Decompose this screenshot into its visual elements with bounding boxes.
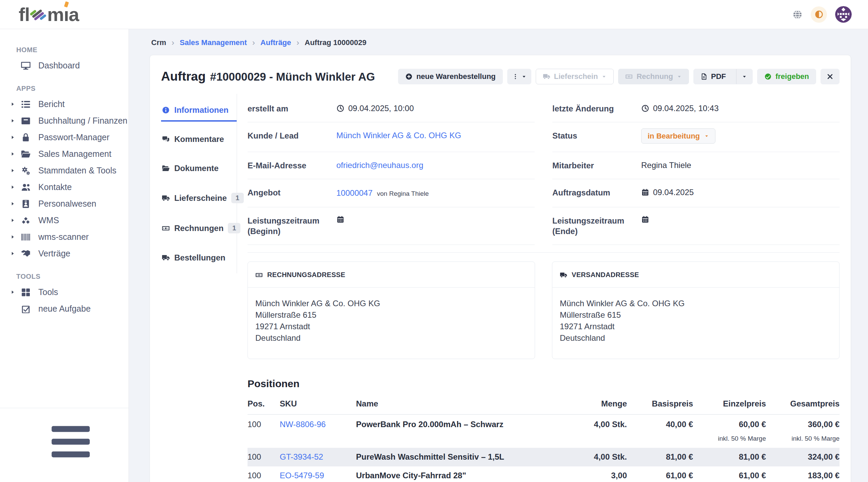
sidebar-item-vertraege[interactable]: Verträge: [0, 245, 129, 262]
rechnung-button[interactable]: Rechnung: [618, 69, 689, 84]
sidebar-collapse-button[interactable]: [13, 416, 129, 467]
sku-link[interactable]: EO-5479-59: [280, 471, 324, 480]
desktop-icon: [21, 61, 31, 71]
sidebar-section-apps: APPS: [0, 85, 129, 92]
id-card-icon: [21, 199, 31, 209]
handshake-icon: [21, 249, 31, 259]
new-goods-order-button[interactable]: neue Warenbestellung: [398, 69, 503, 84]
order-actions: neue Warenbestellung Lieferschein Rechnu…: [398, 69, 840, 84]
shipping-address-lines: Münch Winkler AG & Co. OHG KG Müllerstra…: [552, 288, 839, 359]
field-auftragsdatum: Auftragsdatum 09.04.2025: [552, 179, 840, 207]
caret-right-icon: [10, 234, 15, 239]
status-dropdown-button[interactable]: in Bearbeitung: [641, 128, 715, 144]
breadcrumb-separator: ›: [252, 38, 255, 47]
billing-address-title: RECHNUNGSADRESSE: [267, 271, 345, 279]
theme-toggle-button[interactable]: [811, 6, 827, 23]
field-leistungszeitraum-ende: Leistungszeitraum (Ende): [552, 207, 840, 245]
order-card: Auftrag #10000029 - Münch Winkler AG neu…: [150, 55, 851, 482]
address-cards: RECHNUNGSADRESSE Münch Winkler AG & Co. …: [248, 261, 840, 359]
field-leistungszeitraum-beginn: Leistungszeitraum (Beginn): [248, 207, 535, 245]
pdf-dropdown-button[interactable]: [736, 69, 752, 84]
calendar-icon: [641, 188, 649, 196]
tab-lieferscheine[interactable]: Lieferscheine 1: [161, 190, 237, 209]
freigeben-button[interactable]: freigeben: [757, 69, 816, 84]
sidebar-item-bericht[interactable]: Bericht: [0, 96, 129, 112]
page-title: Auftrag #10000029 - Münch Winkler AG: [161, 69, 375, 84]
sidebar-footer: [0, 408, 129, 482]
pdf-button[interactable]: PDF: [694, 69, 732, 84]
truck-icon: [162, 194, 170, 202]
close-icon: [827, 73, 833, 80]
sku-link[interactable]: GT-3934-52: [280, 452, 323, 461]
sidebar-item-passwort-manager[interactable]: Passwort-Manager: [0, 129, 129, 146]
sidebar-item-stammdaten-tools[interactable]: Stammdaten & Tools: [0, 162, 129, 179]
orderdate-value: 09.04.2025: [653, 187, 694, 197]
sidebar-item-label: Bericht: [38, 99, 65, 109]
sidebar-item-personalwesen[interactable]: Personalwesen: [0, 195, 129, 212]
breadcrumb-separator: ›: [297, 38, 299, 47]
sidebar-item-sales-management[interactable]: Sales Management: [0, 146, 129, 162]
breadcrumb-crm: Crm: [151, 38, 166, 47]
caret-right-icon: [10, 251, 15, 256]
caret-right-icon: [10, 201, 15, 206]
sidebar-section-home: HOME: [0, 46, 129, 54]
info-grid: erstellt am 09.04.2025, 10:00 letzte Änd…: [248, 95, 840, 245]
sidebar-item-wms-scanner[interactable]: wms-scanner: [0, 229, 129, 245]
file-pdf-icon: [700, 73, 708, 80]
breadcrumb-auftraege[interactable]: Aufträge: [260, 38, 291, 47]
sidebar-item-kontakte[interactable]: Kontakte: [0, 179, 129, 195]
sidebar-item-neue-aufgabe[interactable]: neue Aufgabe: [0, 300, 129, 317]
table-row: 100 EO-5479-59 UrbanMove City-Fahrrad 28…: [248, 466, 840, 482]
changed-value: 09.04.2025, 10:43: [653, 103, 719, 113]
customer-link[interactable]: Münch Winkler AG & Co. OHG KG: [336, 130, 461, 141]
breadcrumb-sales-management[interactable]: Sales Management: [180, 38, 247, 47]
calendar-icon[interactable]: [336, 215, 344, 224]
positions-title: Positionen: [248, 378, 840, 390]
clock-icon: [336, 104, 344, 112]
tab-kommentare[interactable]: Kommentare: [161, 132, 237, 149]
order-card-body: Informationen Kommentare Dokumente Liefe…: [150, 94, 851, 482]
sidebar-item-wms[interactable]: WMS: [0, 212, 129, 229]
close-button[interactable]: [821, 69, 840, 84]
field-mitarbeiter: Mitarbeiter Regina Thiele: [552, 152, 840, 179]
sidebar-item-buchhaltung-finanzen[interactable]: Buchhaltung / Finanzen: [0, 112, 129, 129]
sidebar-item-tools[interactable]: Tools: [0, 284, 129, 300]
barcode-icon: [21, 232, 31, 242]
calendar-icon[interactable]: [641, 215, 649, 224]
user-avatar[interactable]: [835, 6, 852, 23]
email-link[interactable]: ofriedrich@neuhaus.org: [336, 160, 423, 170]
positions-table: Pos. SKU Name Menge Basispreis Einzelpre…: [248, 399, 840, 482]
folder-open-icon: [162, 164, 170, 172]
logo-text-i: ı: [64, 5, 69, 24]
field-erstellt-am: erstellt am 09.04.2025, 10:00: [248, 95, 535, 122]
tab-informationen[interactable]: Informationen: [161, 103, 237, 122]
globe-icon[interactable]: [792, 9, 803, 20]
sku-link[interactable]: NW-8806-96: [280, 420, 326, 429]
caret-right-icon: [10, 290, 15, 295]
sidebar-item-label: Buchhaltung / Finanzen: [38, 116, 127, 126]
tab-bestellungen[interactable]: Bestellungen: [161, 250, 237, 268]
caret-down-icon: [742, 74, 747, 79]
field-email: E-Mail-Adresse ofriedrich@neuhaus.org: [248, 152, 535, 179]
lieferschein-button[interactable]: Lieferschein: [536, 69, 614, 84]
sidebar-item-label: Kontakte: [38, 182, 72, 192]
positions-table-header: Pos. SKU Name Menge Basispreis Einzelpre…: [248, 399, 840, 415]
cubes-icon: [21, 215, 31, 226]
sidebar-item-dashboard[interactable]: Dashboard: [0, 57, 129, 74]
caret-right-icon: [10, 102, 15, 107]
field-letzte-aenderung: letzte Änderung 09.04.2025, 10:43: [552, 95, 840, 122]
more-actions-button[interactable]: [507, 69, 531, 84]
breadcrumb: Crm › Sales Management › Aufträge › Auft…: [151, 38, 851, 47]
truck-icon: [543, 73, 550, 80]
offer-link[interactable]: 10000047: [336, 188, 373, 198]
sidebar-item-label: Stammdaten & Tools: [38, 166, 116, 175]
truck-icon: [162, 254, 170, 262]
money-bill-icon: [255, 271, 263, 279]
inbox-icon: [21, 116, 31, 126]
tab-rechnungen[interactable]: Rechnungen 1: [161, 220, 237, 239]
list-icon: [21, 99, 31, 109]
app-logo[interactable]: fl m ı a: [19, 5, 79, 24]
caret-right-icon: [10, 151, 15, 156]
tab-dokumente[interactable]: Dokumente: [161, 161, 237, 179]
breadcrumb-current: Auftrag 10000029: [305, 38, 367, 47]
